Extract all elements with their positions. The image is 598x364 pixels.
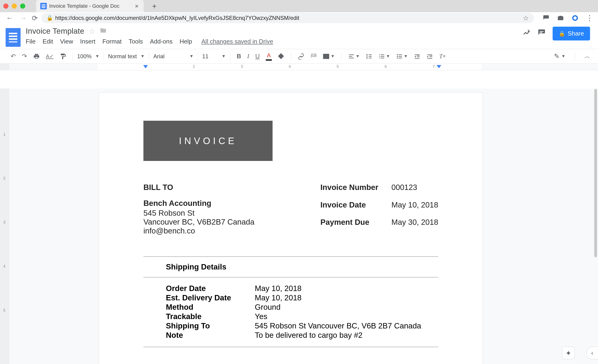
invoice-meta: Invoice Number 000123 Invoice Date May 1…: [320, 183, 438, 235]
right-indent-marker[interactable]: [437, 65, 441, 68]
document-title[interactable]: Invoice Template: [26, 27, 84, 36]
nav-back-button[interactable]: ←: [5, 14, 15, 22]
est-delivery-value: May 10, 2018: [255, 293, 438, 302]
browser-tab[interactable]: Invoice Template - Google Doc ×: [36, 0, 144, 12]
extension-chat-icon[interactable]: [542, 14, 550, 22]
address-bar[interactable]: 🔒 https://docs.google.com/document/d/1ln…: [42, 13, 534, 23]
extension-ring-icon[interactable]: [571, 14, 579, 22]
text-color-button[interactable]: A: [264, 51, 273, 62]
highlight-button[interactable]: [276, 52, 286, 61]
ruler-mark: 6: [385, 65, 387, 69]
extension-camera-icon[interactable]: [557, 14, 564, 22]
method-value: Ground: [255, 303, 438, 312]
window-maximize-icon[interactable]: [20, 3, 25, 9]
side-panel-toggle[interactable]: ‹: [586, 347, 598, 359]
numbered-list-button[interactable]: ▼: [377, 52, 392, 61]
menu-addons[interactable]: Add-ons: [150, 38, 173, 45]
editing-mode-button[interactable]: ✎▼: [553, 51, 567, 61]
vertical-ruler[interactable]: 1 2 3 4 5: [0, 88, 9, 364]
font-size-select[interactable]: 11 ▼: [200, 53, 228, 60]
ruler-mark: 2: [193, 65, 195, 69]
order-date-label: Order Date: [166, 284, 255, 293]
comments-icon[interactable]: [538, 29, 546, 39]
bill-to-email: info@bench.co: [143, 226, 255, 235]
font-select[interactable]: Arial ▼: [151, 53, 196, 60]
zoom-select[interactable]: 100% ▼: [75, 53, 102, 60]
menu-insert[interactable]: Insert: [80, 38, 95, 45]
chevron-down-icon: ▼: [95, 54, 100, 59]
bookmark-star-icon[interactable]: ☆: [523, 14, 529, 22]
ship-to-label: Shipping To: [166, 322, 255, 330]
print-button[interactable]: [32, 52, 41, 61]
increase-indent-button[interactable]: [425, 52, 434, 61]
menu-file[interactable]: File: [26, 38, 36, 45]
insert-image-button[interactable]: ▼: [322, 53, 336, 60]
insert-comment-button[interactable]: [309, 52, 318, 61]
explore-button[interactable]: ✦: [562, 347, 575, 359]
vruler-mark: 1: [3, 132, 5, 137]
browser-actions: ⋮: [542, 14, 593, 23]
docs-logo-icon[interactable]: [6, 28, 21, 47]
window-controls: [3, 3, 25, 9]
ruler-mark: 3: [241, 65, 243, 69]
lock-icon: 🔒: [47, 15, 53, 21]
paint-format-button[interactable]: [58, 52, 68, 61]
docs-header: Invoice Template ☆ File Edit View Insert…: [0, 24, 598, 49]
window-close-icon[interactable]: [3, 3, 8, 9]
bold-button[interactable]: B: [235, 52, 243, 61]
chevron-down-icon: ▼: [222, 54, 226, 59]
new-tab-button[interactable]: +: [147, 2, 161, 11]
ruler-mark: 4: [289, 65, 291, 69]
share-button[interactable]: 🔒 Share: [553, 27, 590, 41]
font-value: Arial: [153, 53, 165, 60]
line-spacing-button[interactable]: [365, 52, 374, 61]
horizontal-ruler[interactable]: 1 2 3 4 5 6 7: [0, 64, 598, 70]
browser-chrome: Invoice Template - Google Doc × + ← → ⟳ …: [0, 0, 598, 24]
menu-edit[interactable]: Edit: [42, 38, 53, 45]
bulleted-list-button[interactable]: ▼: [395, 52, 409, 61]
chevron-down-icon: ▼: [189, 54, 193, 59]
underline-button[interactable]: U: [254, 52, 261, 61]
undo-button[interactable]: ↶: [9, 52, 17, 61]
tab-close-icon[interactable]: ×: [135, 3, 139, 10]
vertical-scrollbar[interactable]: [594, 88, 598, 364]
insert-link-button[interactable]: [296, 52, 306, 61]
divider: [143, 347, 438, 347]
share-lock-icon: 🔒: [559, 31, 565, 37]
reload-button[interactable]: ⟳: [32, 14, 38, 22]
menu-format[interactable]: Format: [102, 38, 122, 45]
browser-menu-button[interactable]: ⋮: [586, 14, 593, 23]
redo-button[interactable]: ↷: [21, 52, 29, 61]
window-minimize-icon[interactable]: [12, 3, 17, 9]
menu-view[interactable]: View: [60, 38, 73, 45]
activity-icon[interactable]: [523, 29, 531, 39]
document-page[interactable]: INVOICE BILL TO Bench Accounting 545 Rob…: [99, 93, 483, 364]
share-label: Share: [568, 30, 584, 37]
order-date-value: May 10, 2018: [255, 284, 438, 293]
trackable-label: Trackable: [166, 312, 255, 321]
menu-help[interactable]: Help: [180, 38, 192, 45]
left-indent-marker[interactable]: [143, 65, 148, 68]
save-status[interactable]: All changes saved in Drive: [201, 38, 273, 45]
nav-forward-button: →: [18, 14, 28, 22]
menu-tools[interactable]: Tools: [129, 38, 143, 45]
vruler-mark: 4: [3, 264, 5, 269]
collapse-toolbar-button[interactable]: ︿: [583, 51, 592, 61]
star-icon[interactable]: ☆: [89, 27, 95, 35]
note-value: To be delivered to cargo bay #2: [255, 331, 438, 340]
clear-formatting-button[interactable]: T✕: [438, 52, 447, 61]
spellcheck-button[interactable]: A✓: [44, 52, 55, 60]
align-button[interactable]: ▼: [347, 52, 361, 61]
method-label: Method: [166, 303, 255, 312]
paragraph-style-select[interactable]: Normal text ▼: [106, 53, 147, 60]
ruler-mark: 5: [337, 65, 339, 69]
chevron-down-icon: ▼: [141, 54, 145, 59]
bill-to-section: BILL TO Bench Accounting 545 Robson St V…: [143, 183, 255, 235]
tab-strip: Invoice Template - Google Doc × +: [0, 0, 598, 12]
bill-to-heading: BILL TO: [143, 183, 255, 192]
move-folder-icon[interactable]: [100, 27, 107, 35]
note-label: Note: [166, 331, 255, 340]
vruler-mark: 5: [3, 308, 5, 313]
decrease-indent-button[interactable]: [413, 52, 422, 61]
italic-button[interactable]: I: [246, 52, 251, 61]
